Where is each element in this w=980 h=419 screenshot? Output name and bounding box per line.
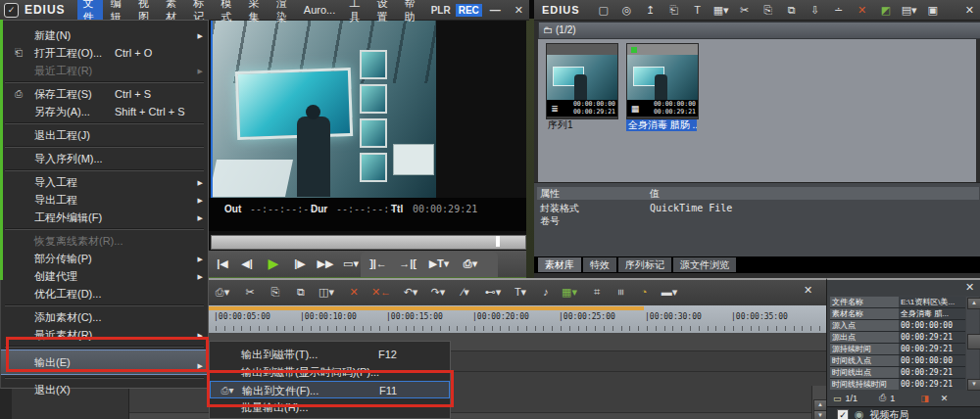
insert-between-icon[interactable]: ◫▾ (316, 283, 337, 302)
properties-icon[interactable]: ◩ (874, 1, 898, 19)
ruler-tick: |00:00:05:00 (214, 312, 270, 321)
mixer-icon[interactable]: ≡ (612, 282, 630, 303)
grid-icon[interactable]: ⌗ (586, 283, 608, 302)
clip-name[interactable]: 序列1 (546, 119, 575, 131)
submenu-arrow-icon: ▶ (198, 63, 203, 80)
search-icon[interactable]: ◎ (615, 1, 639, 19)
previous-frame-button[interactable]: ◀| (236, 254, 258, 273)
scrubber-position-marker[interactable] (496, 236, 500, 247)
delete-icon[interactable]: ✕ (343, 283, 365, 302)
clip-thumbnail (627, 55, 698, 100)
menu-item-import-sequence[interactable]: 导入序列(M)... (1, 150, 208, 167)
ttl-label: Ttl (391, 204, 403, 214)
play-button[interactable]: ▶ (262, 254, 285, 273)
save-icon[interactable]: ⎙▾ (212, 283, 233, 302)
toolbox-icon[interactable]: ▣ (921, 1, 945, 19)
menu-render[interactable]: 渲染 (270, 0, 296, 25)
scroll-up-button[interactable]: ▲ (967, 298, 980, 309)
capture-icon[interactable]: ▦▾ (710, 1, 733, 19)
timeline-vertical-scrollbar[interactable]: ▲ ▼ ▲ ▼ (811, 386, 827, 419)
tab-effects[interactable]: 特效 (583, 257, 616, 272)
close-button[interactable]: ✕ (509, 4, 529, 17)
undo-icon[interactable]: ↶▾ (400, 283, 421, 302)
info-value: 00:00:29:21 (899, 379, 965, 390)
bin-close-button[interactable]: ✕ (959, 4, 980, 17)
out-value: --:--:--:-- (250, 204, 315, 214)
menu-item-partial-transfer[interactable]: 部分传输(P)▶ (1, 250, 208, 267)
menu-settings[interactable]: 设置 (370, 0, 396, 25)
clip-name-selected[interactable]: 全身消毒 腊肠 ... (626, 119, 697, 131)
display-mode-button[interactable]: ▭▾ (340, 254, 362, 273)
menu-item-create-proxy[interactable]: 创建代理▶ (1, 267, 208, 285)
scroll-thumb[interactable] (967, 334, 980, 349)
menu-item-export-to-tape[interactable]: 输出到磁带(T)...F12 (210, 346, 450, 363)
capture-icon[interactable]: ▦▾ (559, 283, 580, 302)
info-scrollbar[interactable]: ▲ ▼ (966, 297, 979, 390)
menu-item-import-project[interactable]: 导入工程▶ (1, 173, 208, 191)
menu-item-new[interactable]: 新建(N)▶ (1, 26, 208, 44)
menu-item-save-project[interactable]: ⎙保存工程(S)Ctrl + S (1, 85, 208, 103)
send-to-timeline-icon[interactable]: ⇩ (804, 1, 827, 19)
checkbox-checked[interactable]: ✓ (837, 409, 849, 419)
annotation-box-export (6, 337, 209, 372)
open-icon[interactable]: ⎗ (662, 1, 686, 19)
color-icon[interactable]: ◔ (633, 283, 655, 302)
tab-source-browser[interactable]: 源文件浏览 (673, 257, 736, 272)
clear-icon[interactable]: ✕ (941, 394, 949, 403)
scroll-down-button[interactable]: ▼ (813, 410, 827, 419)
info-close-button[interactable]: ✕ (965, 281, 974, 294)
menu-item-add-clip[interactable]: 添加素材(C)... (1, 308, 208, 326)
scroll-down-button[interactable]: ▼ (967, 379, 980, 391)
tab-material-library[interactable]: 素材库 (538, 257, 581, 272)
layout-icon[interactable]: ▬▾ (659, 283, 680, 302)
match-frame-icon[interactable]: ⊷▾ (482, 283, 504, 302)
folder-icon[interactable]: ▢ (592, 1, 615, 19)
paste-icon[interactable]: ⧉ (290, 283, 312, 302)
file-menu-dropdown: 新建(N)▶ ⎗打开工程(O)...Ctrl + O 最近工程(R)▶ ⎙保存工… (0, 20, 209, 389)
bin-clip-sequence[interactable]: ≣ 00:00:00:00 00:00:29:21 (546, 43, 618, 119)
scrubber-bar[interactable] (211, 235, 526, 250)
bin-clip-video[interactable]: ▦ 00:00:00:00 00:00:29:21 (626, 43, 699, 119)
menu-item-export-project[interactable]: 导出工程▶ (1, 191, 208, 209)
play-around-cursor-button[interactable]: ▶T▾ (424, 254, 454, 273)
trim-mode-icon[interactable]: ∕▾ (455, 283, 476, 302)
fast-forward-button[interactable]: ▶▶ (313, 254, 338, 273)
view-mode-icon[interactable]: ▤▾ (898, 1, 921, 19)
menu-item-close-project[interactable]: 退出工程(J) (1, 126, 208, 144)
add-clip-icon[interactable]: ∸ (827, 1, 851, 19)
menu-item-save-as[interactable]: 另存为(A)...Shift + Ctrl + S (1, 103, 208, 120)
set-out-point-button[interactable]: →|[ (395, 254, 420, 273)
menu-mode[interactable]: 模式 (215, 0, 240, 25)
title-icon[interactable]: T (686, 1, 710, 19)
menu-help[interactable]: 帮助 (399, 0, 424, 25)
next-frame-button[interactable]: |▶ (289, 254, 311, 273)
minimize-button[interactable]: — (484, 4, 507, 16)
menu-item-edit-outside-project[interactable]: 工程外编辑(F)▶ (1, 209, 208, 226)
clapper-icon[interactable]: ◨ (920, 394, 929, 403)
bin-folder-bar[interactable]: 🗀(1/2) (538, 22, 980, 39)
copy-icon[interactable]: ⎘ (757, 1, 780, 19)
copy-icon[interactable]: ⎘ (265, 283, 286, 302)
up-folder-icon[interactable]: ↥ (639, 1, 662, 19)
redo-icon[interactable]: ↷▾ (427, 283, 449, 302)
cut-icon[interactable]: ✂ (733, 1, 757, 19)
timeline-close-button[interactable]: ✕ (804, 284, 812, 297)
menu-capture[interactable]: 采集 (243, 0, 269, 25)
menu-aurora[interactable]: Auro... (298, 1, 341, 19)
voiceover-icon[interactable]: ♪ (535, 283, 557, 302)
menu-item-exit[interactable]: 退出(X) (1, 381, 208, 398)
info-row: 时间线持续时间00:00:29:21 (830, 379, 965, 390)
menu-item-consolidate-project[interactable]: 优化工程(D)... (1, 285, 208, 303)
tab-sequence-markers[interactable]: 序列标记 (618, 257, 671, 272)
ripple-delete-icon[interactable]: ✕← (370, 283, 392, 302)
menu-tools[interactable]: 工具 (343, 0, 368, 25)
cut-icon[interactable]: ✂ (239, 283, 261, 302)
delete-icon[interactable]: ✕ (851, 1, 874, 19)
set-in-point-button[interactable]: ]|← (366, 254, 391, 273)
title-icon[interactable]: T▾ (510, 283, 531, 302)
menu-item-open-project[interactable]: ⎗打开工程(O)...Ctrl + O (1, 44, 208, 62)
export-button[interactable]: ⎙▾ (458, 254, 483, 273)
video-layout-label[interactable]: 视频布局 (870, 408, 909, 419)
go-to-start-button[interactable]: |◀ (212, 254, 233, 273)
paste-icon[interactable]: ⧉ (780, 1, 804, 19)
